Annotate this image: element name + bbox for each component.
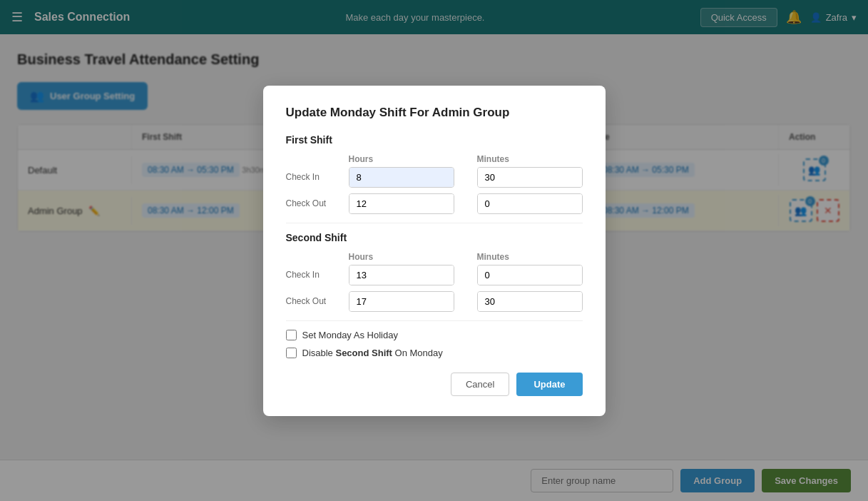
divider <box>286 223 583 223</box>
first-shift-checkout-row: Check Out ▲ ▼ ▲ ▼ <box>286 193 583 214</box>
checkin-hours-input[interactable]: ▲ ▼ <box>349 167 454 188</box>
checkout-hours-field[interactable] <box>349 194 454 213</box>
first-shift-title: First Shift <box>286 134 583 146</box>
update-shift-modal: Update Monday Shift For Admin Group Firs… <box>263 86 606 250</box>
first-shift-checkin-row: Check In ▲ ▼ ▲ ▼ <box>286 167 583 188</box>
checkin-minutes-field[interactable] <box>478 168 583 187</box>
checkout-minutes-field[interactable] <box>478 194 583 213</box>
modal-title: Update Monday Shift For Admin Group <box>286 106 583 120</box>
checkout-minutes-input[interactable]: ▲ ▼ <box>477 193 583 214</box>
checkout-hours-input[interactable]: ▲ ▼ <box>349 193 454 214</box>
hm-header: Hours Minutes <box>286 154 583 164</box>
checkin-minutes-input[interactable]: ▲ ▼ <box>477 167 583 188</box>
minutes-col-header: Minutes <box>477 154 583 164</box>
checkin-label: Check In <box>286 172 343 182</box>
modal-overlay: Update Monday Shift For Admin Group Firs… <box>0 0 868 249</box>
hours-col-header: Hours <box>349 154 454 164</box>
second-shift-title: Second Shift <box>286 232 583 243</box>
checkin-hours-field[interactable] <box>349 168 454 187</box>
checkout-label: Check Out <box>286 198 343 208</box>
